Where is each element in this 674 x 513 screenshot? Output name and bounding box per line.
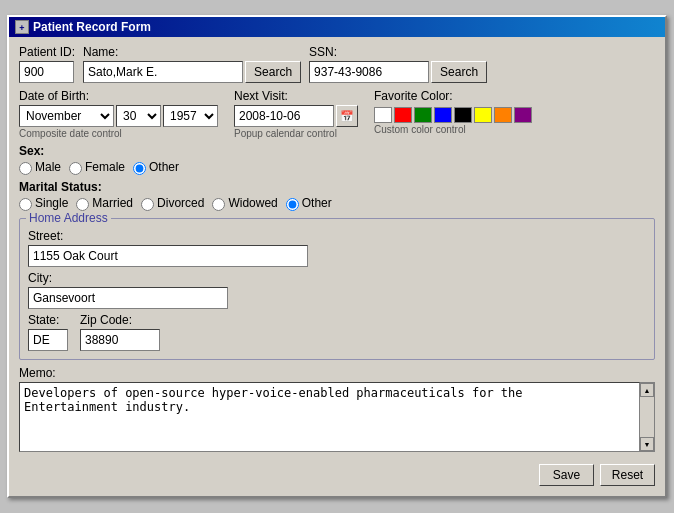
- dob-day-select[interactable]: 30: [116, 105, 161, 127]
- marital-single-item: Single: [19, 196, 68, 212]
- calendar-button[interactable]: 📅: [336, 105, 358, 127]
- city-label: City:: [28, 271, 646, 285]
- dob-sublabel: Composite date control: [19, 128, 218, 139]
- scroll-up-button[interactable]: ▲: [640, 383, 654, 397]
- patient-id-group: Patient ID:: [19, 45, 75, 83]
- marital-other-radio[interactable]: [286, 198, 299, 211]
- swatch-orange[interactable]: [494, 107, 512, 123]
- state-label: State:: [28, 313, 68, 327]
- patient-id-input[interactable]: [19, 61, 74, 83]
- sex-female-item: Female: [69, 160, 125, 176]
- dob-inputs: JanuaryFebruaryMarch AprilMayJune JulyAu…: [19, 105, 218, 127]
- sex-other-label: Other: [149, 160, 179, 174]
- marital-status-options: Single Married Divorced Widowed Other: [19, 196, 655, 212]
- name-label: Name:: [83, 45, 301, 59]
- dob-label: Date of Birth:: [19, 89, 218, 103]
- next-visit-sublabel: Popup calendar control: [234, 128, 358, 139]
- color-sublabel: Custom color control: [374, 124, 532, 135]
- memo-label: Memo:: [19, 366, 655, 380]
- marital-divorced-label: Divorced: [157, 196, 204, 210]
- ssn-label: SSN:: [309, 45, 487, 59]
- zip-input[interactable]: [80, 329, 160, 351]
- swatch-blue[interactable]: [434, 107, 452, 123]
- bottom-buttons: Save Reset: [19, 460, 655, 486]
- patient-info-row: Patient ID: Name: Search SSN: Search: [19, 45, 655, 83]
- city-input[interactable]: [28, 287, 228, 309]
- home-address-group: Home Address Street: City: State: Zip Co…: [19, 218, 655, 360]
- ssn-group: SSN: Search: [309, 45, 487, 83]
- dob-year-select[interactable]: 1957: [163, 105, 218, 127]
- next-visit-input[interactable]: [234, 105, 334, 127]
- marital-status-section: Marital Status: Single Married Divorced …: [19, 180, 655, 212]
- marital-widowed-item: Widowed: [212, 196, 277, 212]
- favorite-color-group: Favorite Color: Custom color control: [374, 89, 532, 135]
- swatch-purple[interactable]: [514, 107, 532, 123]
- next-visit-label: Next Visit:: [234, 89, 358, 103]
- state-zip-row: State: Zip Code:: [28, 313, 646, 351]
- street-label: Street:: [28, 229, 646, 243]
- patient-record-window: + Patient Record Form Patient ID: Name: …: [7, 15, 667, 498]
- street-input[interactable]: [28, 245, 308, 267]
- ssn-input[interactable]: [309, 61, 429, 83]
- next-visit-group: Next Visit: 📅 Popup calendar control: [234, 89, 358, 139]
- sex-female-radio[interactable]: [69, 162, 82, 175]
- next-visit-inputs: 📅: [234, 105, 358, 127]
- ssn-search-button[interactable]: Search: [431, 61, 487, 83]
- sex-male-radio[interactable]: [19, 162, 32, 175]
- memo-section: Memo: ▲ ▼: [19, 366, 655, 452]
- favorite-color-label: Favorite Color:: [374, 89, 532, 103]
- sex-options: Male Female Other: [19, 160, 655, 176]
- dob-month-select[interactable]: JanuaryFebruaryMarch AprilMayJune JulyAu…: [19, 105, 114, 127]
- marital-widowed-radio[interactable]: [212, 198, 225, 211]
- home-address-legend: Home Address: [26, 211, 111, 225]
- window-title: Patient Record Form: [33, 20, 151, 34]
- marital-single-radio[interactable]: [19, 198, 32, 211]
- sex-section: Sex: Male Female Other: [19, 143, 655, 176]
- ssn-input-row: Search: [309, 61, 487, 83]
- sex-male-item: Male: [19, 160, 61, 176]
- marital-status-label: Marital Status:: [19, 180, 655, 194]
- scroll-down-button[interactable]: ▼: [640, 437, 654, 451]
- patient-id-label: Patient ID:: [19, 45, 75, 59]
- name-input[interactable]: [83, 61, 243, 83]
- sex-other-item: Other: [133, 160, 179, 176]
- marital-other-item: Other: [286, 196, 332, 212]
- dob-visit-color-row: Date of Birth: JanuaryFebruaryMarch Apri…: [19, 89, 655, 139]
- marital-married-item: Married: [76, 196, 133, 212]
- marital-married-label: Married: [92, 196, 133, 210]
- street-group: Street:: [28, 229, 646, 267]
- state-group: State:: [28, 313, 68, 351]
- name-group: Name: Search: [83, 45, 301, 83]
- form-body: Patient ID: Name: Search SSN: Search: [9, 37, 665, 496]
- marital-other-label: Other: [302, 196, 332, 210]
- color-swatches: [374, 107, 532, 123]
- reset-button[interactable]: Reset: [600, 464, 655, 486]
- marital-divorced-radio[interactable]: [141, 198, 154, 211]
- save-button[interactable]: Save: [539, 464, 594, 486]
- swatch-green[interactable]: [414, 107, 432, 123]
- swatch-black[interactable]: [454, 107, 472, 123]
- swatch-white[interactable]: [374, 107, 392, 123]
- state-input[interactable]: [28, 329, 68, 351]
- marital-single-label: Single: [35, 196, 68, 210]
- name-input-row: Search: [83, 61, 301, 83]
- marital-married-radio[interactable]: [76, 198, 89, 211]
- city-group: City:: [28, 271, 646, 309]
- memo-scrollbar: ▲ ▼: [640, 382, 655, 452]
- memo-textarea[interactable]: [19, 382, 640, 452]
- sex-female-label: Female: [85, 160, 125, 174]
- dob-group: Date of Birth: JanuaryFebruaryMarch Apri…: [19, 89, 218, 139]
- sex-label: Sex:: [19, 144, 44, 158]
- sex-other-radio[interactable]: [133, 162, 146, 175]
- memo-wrapper: ▲ ▼: [19, 382, 655, 452]
- marital-divorced-item: Divorced: [141, 196, 204, 212]
- name-search-button[interactable]: Search: [245, 61, 301, 83]
- sex-male-label: Male: [35, 160, 61, 174]
- title-bar: + Patient Record Form: [9, 17, 665, 37]
- swatch-yellow[interactable]: [474, 107, 492, 123]
- zip-group: Zip Code:: [80, 313, 160, 351]
- zip-label: Zip Code:: [80, 313, 160, 327]
- swatch-red[interactable]: [394, 107, 412, 123]
- window-icon: +: [15, 20, 29, 34]
- marital-widowed-label: Widowed: [228, 196, 277, 210]
